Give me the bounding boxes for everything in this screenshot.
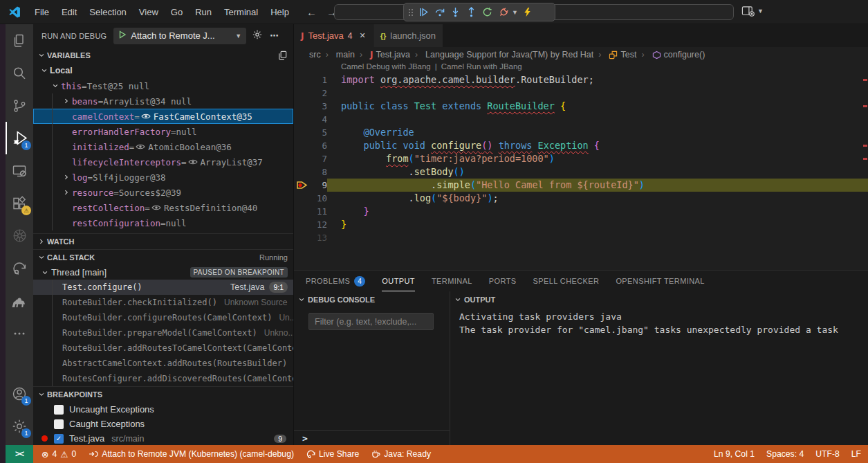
variable-row[interactable]: restConfiguration = null	[33, 215, 293, 230]
code-line-content[interactable]: }	[327, 218, 868, 231]
code-line-content[interactable]: .setBody()	[327, 165, 868, 179]
panel-tab-ports[interactable]: PORTS	[489, 271, 517, 291]
java-status[interactable]: Java: Ready	[371, 449, 431, 459]
variable-row[interactable]: camelContext = FastCamelContext@35	[33, 109, 293, 124]
codelens-camel-run-link[interactable]: Camel Run with JBang	[441, 62, 522, 73]
menu-selection[interactable]: Selection	[83, 4, 132, 20]
stack-frame-row[interactable]: AbstractCamelContext.addRoutes(RoutesBui…	[33, 356, 293, 371]
step-out-button[interactable]	[464, 5, 479, 19]
breakpoint-gutter[interactable]	[294, 218, 309, 231]
activity-account-icon[interactable]: 1	[6, 377, 33, 410]
breakpoints-section-header[interactable]: BREAKPOINTS	[33, 386, 293, 402]
breadcrumb-method[interactable]: configure()	[636, 50, 705, 60]
stack-frame-row[interactable]: RouteBuilder.addRoutesToCamelContext(Cam…	[33, 341, 293, 356]
step-over-button[interactable]	[432, 5, 447, 19]
call-stack-section-header[interactable]: CALL STACK Running	[33, 249, 293, 265]
eol[interactable]: LF	[851, 449, 861, 459]
code-line-content[interactable]: .simple("Hello Camel from ${routeId}")	[327, 179, 868, 192]
breadcrumb-main[interactable]: main	[321, 50, 355, 60]
breakpoint-gutter[interactable]	[294, 73, 309, 87]
breakpoint-checkbox[interactable]	[54, 419, 64, 429]
breakpoint-gutter[interactable]	[294, 192, 309, 205]
code-line-content[interactable]: @Override	[327, 126, 868, 139]
variable-row[interactable]: resource = Sources$2@39	[33, 185, 293, 200]
stack-frame-row[interactable]: RouteBuilder.prepareModel(CamelContext)U…	[33, 325, 293, 341]
copy-value-icon[interactable]	[277, 50, 288, 60]
stack-frame-row[interactable]: Test.configure()Test.java9:1	[33, 280, 293, 295]
continue-button[interactable]	[416, 5, 431, 19]
variable-row[interactable]: lifecycleInterceptors = ArrayList@37	[33, 154, 293, 170]
debug-console-filter-input[interactable]	[308, 313, 434, 330]
code-line-content[interactable]	[327, 231, 868, 244]
debug-session-status[interactable]: Attach to Remote JVM (Kubernetes) (camel…	[89, 449, 294, 459]
breadcrumb-src[interactable]: src	[309, 50, 321, 60]
variable-row[interactable]: initialized = AtomicBoolean@36	[33, 139, 293, 154]
breakpoint-checkbox[interactable]	[54, 405, 64, 415]
menu-go[interactable]: Go	[165, 4, 189, 20]
stack-frame-row[interactable]: RouteBuilder.configureRoutes(CamelContex…	[33, 310, 293, 325]
breakpoint-row[interactable]: Uncaught Exceptions	[33, 402, 293, 417]
breakpoint-gutter[interactable]	[294, 126, 309, 139]
tab-test-java[interactable]: J Test.java 4 ✕	[294, 24, 373, 47]
variables-section-header[interactable]: VARIABLES	[33, 47, 293, 63]
activity-extensions-icon[interactable]: ⚠	[6, 187, 33, 219]
lazy-eval-eye-icon[interactable]	[151, 204, 161, 211]
menu-help[interactable]: Help	[264, 4, 295, 20]
breakpoint-gutter[interactable]	[294, 113, 309, 126]
breakpoint-gutter[interactable]	[294, 152, 309, 165]
menu-edit[interactable]: Edit	[55, 4, 83, 20]
panel-tab-terminal[interactable]: TERMINAL	[432, 271, 472, 291]
debug-console-input[interactable]: >	[294, 430, 450, 445]
live-share-status[interactable]: Live Share	[306, 449, 359, 459]
remote-indicator[interactable]: ><	[6, 445, 33, 463]
activity-run-and-debug-icon[interactable]: 1	[6, 122, 33, 154]
activity-settings-icon[interactable]: 1	[6, 410, 33, 442]
variable-row[interactable]: beans = ArrayList@34 null	[33, 93, 293, 109]
panel-tab-problems[interactable]: PROBLEMS4	[306, 271, 365, 291]
encoding[interactable]: UTF-8	[815, 449, 840, 459]
breakpoint-gutter[interactable]	[294, 231, 309, 244]
stack-frame-row[interactable]: RouteBuilder.checkInitialized()Unknown S…	[33, 295, 293, 310]
launch-configuration-dropdown[interactable]: Attach to Remote J... ▼	[113, 28, 246, 44]
disconnect-button[interactable]	[496, 5, 510, 19]
start-debug-icon[interactable]	[118, 30, 127, 41]
activity-search-icon[interactable]	[6, 57, 33, 89]
hot-code-replace-button[interactable]	[520, 5, 535, 19]
customize-layout-button[interactable]: ▼	[741, 6, 764, 17]
activity-explorer-icon[interactable]	[6, 24, 33, 57]
gear-icon[interactable]	[252, 29, 263, 42]
code-line-content[interactable]	[327, 87, 868, 100]
breakpoint-gutter[interactable]	[294, 87, 309, 100]
more-actions-icon[interactable]: ⋯	[270, 30, 279, 41]
activity-live-share-icon[interactable]	[6, 252, 33, 284]
lazy-eval-eye-icon[interactable]	[136, 143, 145, 150]
watch-section-header[interactable]: WATCH	[33, 233, 293, 249]
close-icon[interactable]: ✕	[359, 31, 365, 40]
panel-tab-spell-checker[interactable]: SPELL CHECKER	[533, 271, 600, 291]
panel-tab-output[interactable]: OUTPUT	[382, 271, 415, 291]
breakpoint-gutter[interactable]	[294, 205, 309, 218]
cursor-position[interactable]: Ln 9, Col 1	[714, 449, 755, 459]
menu-terminal[interactable]: Terminal	[218, 4, 264, 20]
code-line-content[interactable]	[327, 113, 868, 126]
lazy-eval-eye-icon[interactable]	[141, 113, 151, 120]
activity-camel-icon[interactable]	[6, 284, 33, 317]
lazy-eval-eye-icon[interactable]	[188, 158, 198, 165]
code-line-content[interactable]: .log("${body}");	[327, 192, 868, 205]
stack-frame-row[interactable]: RoutesConfigurer.addDiscoveredRoutes(Cam…	[33, 371, 293, 386]
breakpoint-row[interactable]: Caught Exceptions	[33, 417, 293, 431]
go-back-button[interactable]: ←	[306, 6, 317, 18]
breadcrumb-file[interactable]: JTest.java	[355, 50, 410, 60]
thread-row[interactable]: Thread [main] PAUSED ON BREAKPOINT	[33, 265, 293, 280]
restart-button[interactable]	[480, 5, 495, 19]
breadcrumb-language-support[interactable]: Language Support for Java(TM) by Red Hat	[410, 50, 593, 60]
breakpoint-row[interactable]: ✓Test.javasrc/main9	[33, 431, 293, 445]
code-line-content[interactable]: public class Test extends RouteBuilder {	[327, 100, 868, 113]
code-line-content[interactable]: from("timer:java?period=1000")	[327, 152, 868, 165]
variable-row[interactable]: log = Slf4jLogger@38	[33, 170, 293, 185]
debug-console-header[interactable]: DEBUG CONSOLE	[294, 291, 450, 308]
variable-row[interactable]: Local	[33, 63, 293, 78]
tab-launch-json[interactable]: {} launch.json	[373, 24, 443, 47]
step-into-button[interactable]	[448, 5, 463, 19]
activity-remote-explorer-icon[interactable]	[6, 154, 33, 187]
